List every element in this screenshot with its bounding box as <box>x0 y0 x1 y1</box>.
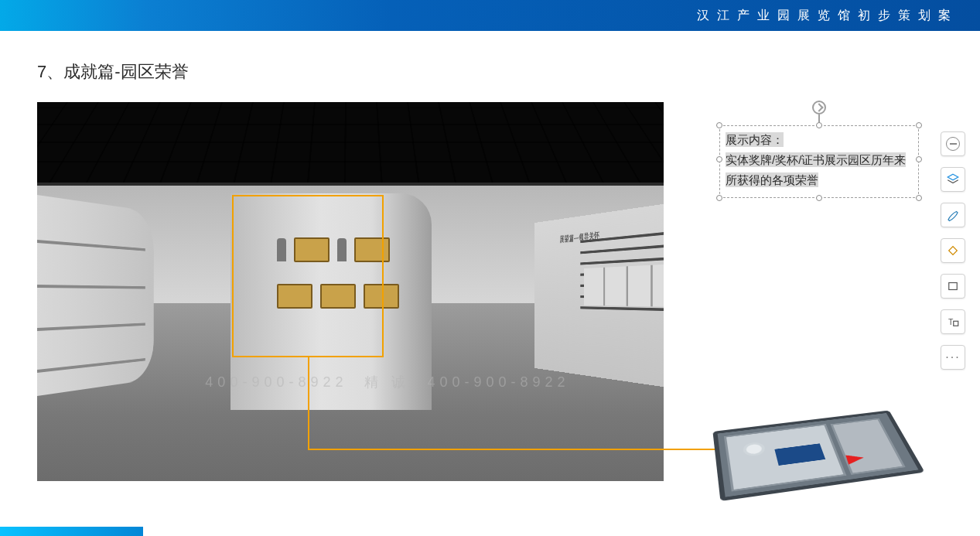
resize-handle[interactable] <box>716 122 722 128</box>
footer-accent <box>0 527 143 536</box>
resize-handle[interactable] <box>916 122 922 128</box>
resize-handle[interactable] <box>816 122 822 128</box>
header-title: 汉江产业园展览馆初步策划案 <box>697 0 958 31</box>
svg-rect-1 <box>949 247 958 255</box>
floorplan-3d <box>702 366 934 528</box>
text-icon: T <box>946 315 960 329</box>
header-bar: 汉江产业园展览馆初步策划案 <box>0 0 980 31</box>
rectangle-button[interactable] <box>941 274 965 299</box>
resize-handle[interactable] <box>916 156 922 162</box>
brush-icon <box>946 208 960 222</box>
resize-handle[interactable] <box>816 195 822 201</box>
slide-title: 7、成就篇-园区荣誉 <box>37 60 189 84</box>
text-style-button[interactable]: T <box>941 309 965 334</box>
rotate-button[interactable] <box>941 238 965 263</box>
render-ceiling <box>37 102 664 183</box>
render-right-wall: 展望篇—领导关怀 <box>534 195 664 396</box>
resize-handle[interactable] <box>716 156 722 162</box>
render-left-wall <box>37 195 154 396</box>
svg-rect-4 <box>954 321 958 326</box>
exhibition-render: 展望篇—领导关怀 400-900-8922 精 诚 400-900-8922 <box>37 102 664 481</box>
render-award-display <box>230 193 432 410</box>
connector-line <box>308 357 309 450</box>
floorplan-base <box>712 410 924 501</box>
resize-handle[interactable] <box>716 195 722 201</box>
rectangle-icon <box>946 279 960 293</box>
resize-handle[interactable] <box>916 195 922 201</box>
zoom-out-button[interactable] <box>941 131 965 156</box>
side-toolbar: T ··· <box>940 131 966 370</box>
callout-label: 展示内容： <box>726 132 784 147</box>
rotate-handle-icon[interactable] <box>812 101 826 114</box>
svg-text:T: T <box>948 317 954 326</box>
brush-button[interactable] <box>941 203 965 227</box>
layers-icon <box>946 172 960 186</box>
more-button[interactable]: ··· <box>941 345 965 370</box>
layers-button[interactable] <box>941 167 965 192</box>
svg-marker-0 <box>948 174 958 180</box>
callout-content[interactable]: 展示内容： 实体奖牌/奖杯/证书展示园区历年来所获得的各项荣誉 <box>726 130 913 190</box>
callout-textbox[interactable]: 展示内容： 实体奖牌/奖杯/证书展示园区历年来所获得的各项荣誉 <box>719 102 919 203</box>
svg-rect-2 <box>949 283 958 290</box>
rotate-icon <box>946 244 960 258</box>
callout-body: 实体奖牌/奖杯/证书展示园区历年来所获得的各项荣誉 <box>726 152 906 187</box>
